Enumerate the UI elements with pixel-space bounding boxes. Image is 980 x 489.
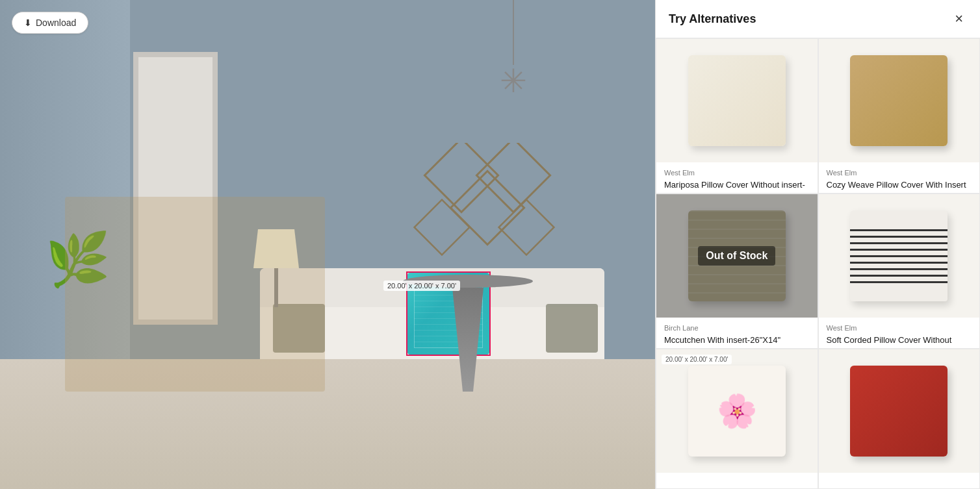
dimension-tag-p5: 20.00' x 20.00' x 7.00' bbox=[662, 355, 732, 364]
svg-rect-4 bbox=[499, 200, 554, 255]
product-card-p4[interactable]: West ElmSoft Corded Pillow Cover Without… bbox=[818, 194, 981, 349]
product-name-p2: Cozy Weave Pillow Cover With Insert 24"x… bbox=[827, 179, 972, 194]
right-cushion bbox=[546, 304, 598, 353]
pillow-visual-p4 bbox=[850, 210, 948, 301]
close-button[interactable]: × bbox=[951, 10, 967, 27]
svg-rect-0 bbox=[424, 143, 498, 212]
svg-rect-1 bbox=[476, 143, 550, 212]
product-image-p3: Out of Stock bbox=[656, 194, 818, 318]
coffee-table bbox=[403, 275, 533, 392]
out-of-stock-label-p3: Out of Stock bbox=[698, 246, 775, 266]
product-card-p2[interactable]: West ElmCozy Weave Pillow Cover With Ins… bbox=[818, 38, 981, 194]
product-card-p3[interactable]: Out of StockBirch LaneMccutchen With ins… bbox=[656, 194, 818, 349]
product-name-p1: Mariposa Pillow Cover Without insert-20"… bbox=[664, 179, 810, 194]
pillow-visual-p6 bbox=[850, 366, 948, 457]
product-info-p3: Birch LaneMccutchen With insert-26"X14"$… bbox=[656, 318, 818, 349]
brand-p2: West Elm bbox=[827, 169, 972, 177]
product-info-p4: West ElmSoft Corded Pillow Cover Without… bbox=[819, 318, 980, 349]
product-image-p5: 🌸20.00' x 20.00' x 7.00' bbox=[656, 349, 818, 473]
download-icon: ⬇ bbox=[24, 18, 32, 28]
brand-p4: West Elm bbox=[827, 324, 972, 332]
product-image-p2 bbox=[819, 39, 980, 162]
product-info-p5 bbox=[656, 473, 818, 488]
product-card-p6[interactable] bbox=[818, 349, 981, 489]
pillow-visual-p1 bbox=[688, 55, 786, 146]
product-card-p5[interactable]: 🌸20.00' x 20.00' x 7.00' bbox=[656, 349, 818, 489]
panel-title: Try Alternatives bbox=[669, 12, 756, 26]
wall-art bbox=[383, 143, 591, 286]
download-label: Download bbox=[36, 18, 76, 28]
product-card-p1[interactable]: West ElmMariposa Pillow Cover Without in… bbox=[656, 38, 818, 194]
product-info-p1: West ElmMariposa Pillow Cover Without in… bbox=[656, 162, 818, 194]
product-info-p2: West ElmCozy Weave Pillow Cover With Ins… bbox=[819, 162, 980, 194]
out-of-stock-overlay-p3: Out of Stock bbox=[656, 194, 818, 318]
alternatives-panel: Try Alternatives × West ElmMariposa Pill… bbox=[655, 0, 980, 489]
room-preview: ✳ 🌿 20.00' x 20.00' x 7.00' bbox=[0, 0, 655, 489]
pillow-visual-p2 bbox=[850, 55, 948, 146]
chandelier: ✳ bbox=[494, 0, 533, 130]
svg-rect-2 bbox=[450, 171, 524, 244]
product-image-p1 bbox=[656, 39, 818, 162]
pillow-visual-p5: 🌸 bbox=[688, 366, 786, 457]
product-image-p4 bbox=[819, 194, 980, 318]
chairs bbox=[65, 197, 325, 392]
dimension-label: 20.00' x 20.00' x 7.00' bbox=[383, 281, 460, 291]
download-button[interactable]: ⬇ Download bbox=[12, 12, 88, 34]
products-grid[interactable]: West ElmMariposa Pillow Cover Without in… bbox=[656, 38, 980, 489]
panel-header: Try Alternatives × bbox=[656, 0, 980, 38]
brand-p3: Birch Lane bbox=[664, 324, 810, 332]
svg-rect-3 bbox=[415, 200, 470, 255]
product-name-p3: Mccutchen With insert-26"X14" bbox=[664, 334, 810, 346]
brand-p1: West Elm bbox=[664, 169, 810, 177]
product-image-p6 bbox=[819, 349, 980, 473]
product-name-p4: Soft Corded Pillow Cover Without Insert-… bbox=[827, 334, 972, 349]
product-info-p6 bbox=[819, 473, 980, 488]
